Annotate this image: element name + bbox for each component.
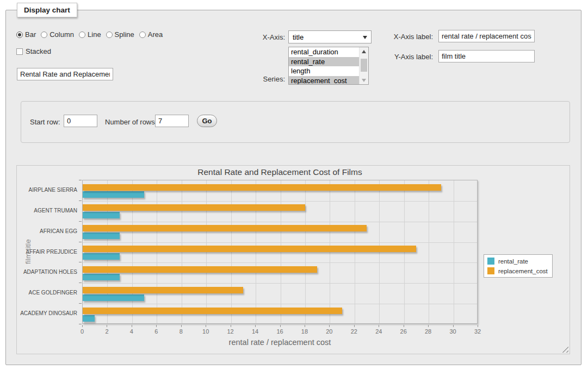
gridline (83, 242, 477, 243)
x-tick-mark (379, 325, 379, 327)
gridline (83, 262, 477, 263)
legend-swatch-replacement_cost (487, 267, 494, 274)
x-tick-mark (280, 325, 281, 327)
scroll-up-icon[interactable] (360, 47, 368, 55)
bar-rental_rate (83, 233, 120, 239)
radio-spline[interactable] (106, 32, 113, 38)
x-tick-label: 14 (247, 328, 263, 335)
x-tick-mark (181, 325, 182, 327)
legend-item: replacement_cost (487, 267, 548, 274)
stacked-label: Stacked (26, 47, 51, 55)
gridline (429, 180, 429, 323)
bar-replacement_cost (83, 266, 317, 273)
series-scrollbar[interactable] (359, 47, 368, 84)
x-tick-label: 18 (296, 328, 313, 335)
gridline (83, 222, 477, 222)
series-multiselect[interactable]: rental_durationrental_ratelengthreplacem… (288, 47, 369, 85)
y-tick-mark (79, 200, 82, 201)
x-tick-label: 8 (173, 328, 189, 335)
category-label: AFRICAN EGG (17, 221, 77, 242)
gridline (83, 201, 477, 202)
x-tick-mark (107, 325, 107, 327)
bar-replacement_cost (83, 204, 305, 211)
legend-item: rental_rate (487, 258, 548, 265)
radio-label: Column (49, 30, 74, 39)
start-row-input[interactable] (64, 115, 97, 127)
gridline (83, 304, 477, 304)
series-option-rental_rate[interactable]: rental_rate (289, 57, 359, 67)
y-tick-mark (79, 242, 82, 242)
series-options: rental_durationrental_ratelengthreplacem… (289, 47, 359, 84)
bar-replacement_cost (83, 308, 342, 314)
x-tick-mark (354, 325, 355, 327)
x-tick-label: 32 (469, 328, 486, 335)
stacked-option[interactable]: Stacked (16, 47, 51, 55)
x-tick-mark (206, 325, 206, 327)
chart-title-input[interactable] (17, 68, 113, 80)
chart-type-radio-group: BarColumnLineSplineArea (16, 30, 163, 39)
bar-replacement_cost (83, 225, 367, 231)
chart-type-option-bar[interactable]: Bar (16, 30, 36, 39)
number-of-rows-input[interactable] (155, 115, 189, 127)
x-tick-label: 12 (222, 328, 239, 335)
page: Display chart BarColumnLineSplineArea St… (0, 0, 588, 370)
bar-rental_rate (83, 212, 120, 218)
scroll-down-icon[interactable] (360, 76, 368, 84)
series-option-replacement_cost[interactable]: replacement_cost (289, 76, 359, 85)
radio-line[interactable] (79, 32, 85, 38)
gridline (454, 180, 454, 323)
bar-replacement_cost (83, 184, 441, 191)
radio-area[interactable] (139, 32, 146, 38)
x-tick-label: 16 (272, 328, 288, 335)
x-tick-mark (82, 325, 83, 327)
y-tick-mark (79, 262, 82, 262)
legend-label: rental_rate (498, 258, 528, 265)
series-select-label: Series: (247, 75, 285, 83)
number-of-rows-label: Number of rows: (105, 118, 157, 126)
x-tick-mark (305, 325, 305, 327)
series-option-length[interactable]: length (289, 66, 359, 76)
x-axis-select-label: X-Axis: (247, 33, 285, 41)
bar-rental_rate (83, 274, 120, 280)
x-tick-mark (156, 325, 157, 327)
chart-type-option-area[interactable]: Area (139, 30, 163, 39)
x-tick-mark (132, 325, 132, 327)
resize-handle-icon[interactable] (562, 346, 568, 353)
chart-type-option-spline[interactable]: Spline (106, 30, 134, 39)
radio-column[interactable] (41, 32, 47, 38)
x-tick-label: 4 (123, 328, 140, 335)
chart-x-axis-title: rental rate / replacement cost (82, 338, 478, 347)
bar-replacement_cost (83, 246, 416, 252)
x-tick-label: 26 (395, 328, 412, 335)
go-button[interactable]: Go (197, 115, 217, 127)
x-tick-label: 30 (445, 328, 461, 335)
x-tick-mark (404, 325, 404, 327)
radio-label: Bar (25, 30, 36, 39)
chart-type-option-line[interactable]: Line (79, 30, 101, 39)
series-option-rental_duration[interactable]: rental_duration (289, 47, 359, 57)
y-axis-caption-input[interactable] (438, 50, 535, 62)
stacked-checkbox[interactable] (16, 48, 23, 55)
bar-rental_rate (83, 294, 144, 301)
category-label: ACADEMY DINOSAUR (17, 303, 77, 324)
x-axis-caption-label: X-Axis label: (385, 33, 433, 41)
x-axis-caption-input[interactable] (438, 30, 535, 42)
bar-replacement_cost (83, 287, 243, 293)
x-axis-select[interactable]: title (288, 30, 372, 43)
x-tick-label: 2 (98, 328, 115, 335)
y-tick-mark (79, 283, 82, 283)
radio-bar[interactable] (16, 32, 23, 38)
chart-type-option-column[interactable]: Column (41, 30, 74, 39)
chart-plot-area (82, 180, 478, 324)
x-tick-label: 22 (346, 328, 362, 335)
fieldset-title: Display chart (17, 3, 77, 17)
y-tick-mark (79, 324, 82, 324)
y-axis-caption-label: Y-Axis label: (385, 53, 433, 61)
chart-y-axis-title: film title (24, 239, 32, 264)
chart-legend: rental_ratereplacement_cost (484, 254, 553, 278)
radio-label: Area (148, 30, 163, 39)
gridline (83, 283, 477, 284)
scrollbar-thumb[interactable] (361, 59, 367, 72)
y-tick-mark (79, 180, 82, 180)
bar-rental_rate (83, 191, 144, 198)
